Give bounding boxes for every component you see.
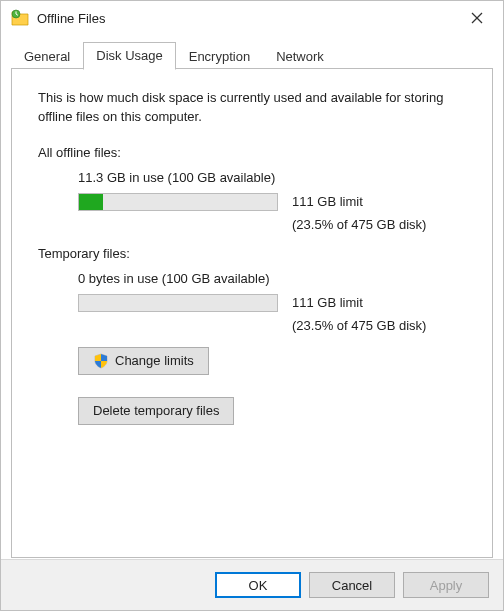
tab-disk-usage[interactable]: Disk Usage: [83, 42, 175, 70]
change-limits-label: Change limits: [115, 353, 194, 368]
temporary-limit: 111 GB limit: [292, 295, 363, 310]
delete-temporary-files-button[interactable]: Delete temporary files: [78, 397, 234, 425]
ok-button[interactable]: OK: [215, 572, 301, 598]
change-limits-button[interactable]: Change limits: [78, 347, 209, 375]
all-offline-disk-pct: (23.5% of 475 GB disk): [292, 217, 466, 232]
all-offline-progress: [78, 193, 278, 211]
window-title: Offline Files: [37, 11, 457, 26]
tab-general[interactable]: General: [11, 43, 83, 70]
all-offline-label: All offline files:: [38, 145, 466, 160]
all-offline-usage: 11.3 GB in use (100 GB available): [78, 170, 466, 185]
all-offline-progress-fill: [79, 194, 103, 210]
tabstrip: General Disk Usage Encryption Network: [11, 41, 493, 69]
offline-files-icon: [11, 9, 29, 27]
apply-button: Apply: [403, 572, 489, 598]
tab-network[interactable]: Network: [263, 43, 337, 70]
all-offline-limit: 111 GB limit: [292, 194, 363, 209]
temporary-disk-pct: (23.5% of 475 GB disk): [292, 318, 466, 333]
close-icon: [471, 12, 483, 24]
delete-temporary-files-label: Delete temporary files: [93, 403, 219, 418]
temporary-usage: 0 bytes in use (100 GB available): [78, 271, 466, 286]
uac-shield-icon: [93, 353, 109, 369]
description-text: This is how much disk space is currently…: [38, 89, 466, 127]
tabs-area: General Disk Usage Encryption Network Th…: [1, 35, 503, 558]
temporary-progress: [78, 294, 278, 312]
titlebar: Offline Files: [1, 1, 503, 35]
tab-encryption[interactable]: Encryption: [176, 43, 263, 70]
dialog-footer: OK Cancel Apply: [1, 559, 503, 610]
cancel-button[interactable]: Cancel: [309, 572, 395, 598]
temporary-label: Temporary files:: [38, 246, 466, 261]
close-button[interactable]: [457, 4, 497, 32]
tab-panel-disk-usage: This is how much disk space is currently…: [11, 68, 493, 558]
